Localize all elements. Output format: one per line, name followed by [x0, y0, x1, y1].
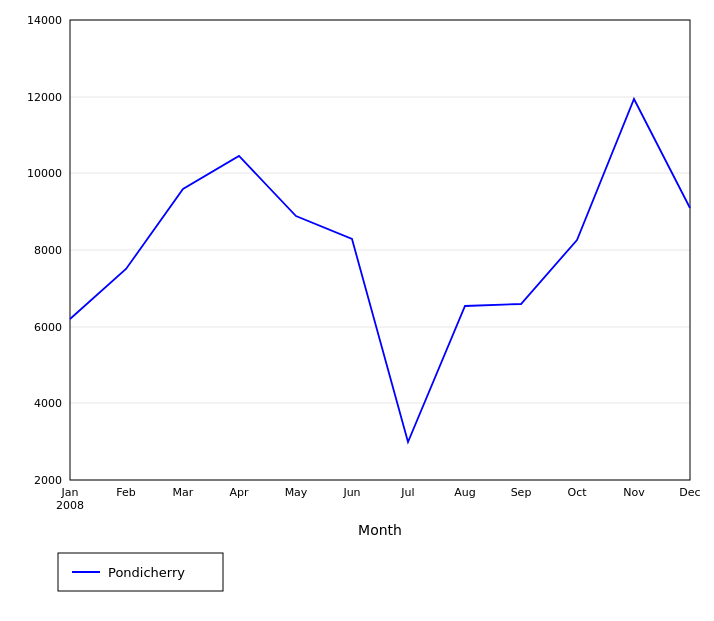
x-tick-jan: Jan [61, 486, 79, 499]
x-tick-mar: Mar [173, 486, 194, 499]
y-tick-6000: 6000 [34, 321, 62, 334]
y-tick-10000: 10000 [27, 167, 62, 180]
x-tick-jan-year: 2008 [56, 499, 84, 512]
x-tick-apr: Apr [229, 486, 249, 499]
y-tick-8000: 8000 [34, 244, 62, 257]
y-tick-2000: 2000 [34, 474, 62, 487]
y-tick-12000: 12000 [27, 91, 62, 104]
x-tick-jun: Jun [342, 486, 360, 499]
x-tick-sep: Sep [511, 486, 532, 499]
y-tick-14000: 14000 [27, 14, 62, 27]
x-tick-jul: Jul [400, 486, 414, 499]
line-chart: 2000 4000 6000 8000 10000 12000 14000 Ja… [0, 0, 714, 621]
x-axis-label: Month [358, 522, 402, 538]
x-tick-aug: Aug [454, 486, 475, 499]
y-tick-4000: 4000 [34, 397, 62, 410]
x-tick-oct: Oct [567, 486, 587, 499]
chart-container: 2000 4000 6000 8000 10000 12000 14000 Ja… [0, 0, 714, 621]
x-tick-feb: Feb [116, 486, 135, 499]
x-tick-may: May [285, 486, 308, 499]
x-tick-dec: Dec [679, 486, 700, 499]
legend-label: Pondicherry [108, 565, 185, 580]
x-tick-nov: Nov [623, 486, 645, 499]
